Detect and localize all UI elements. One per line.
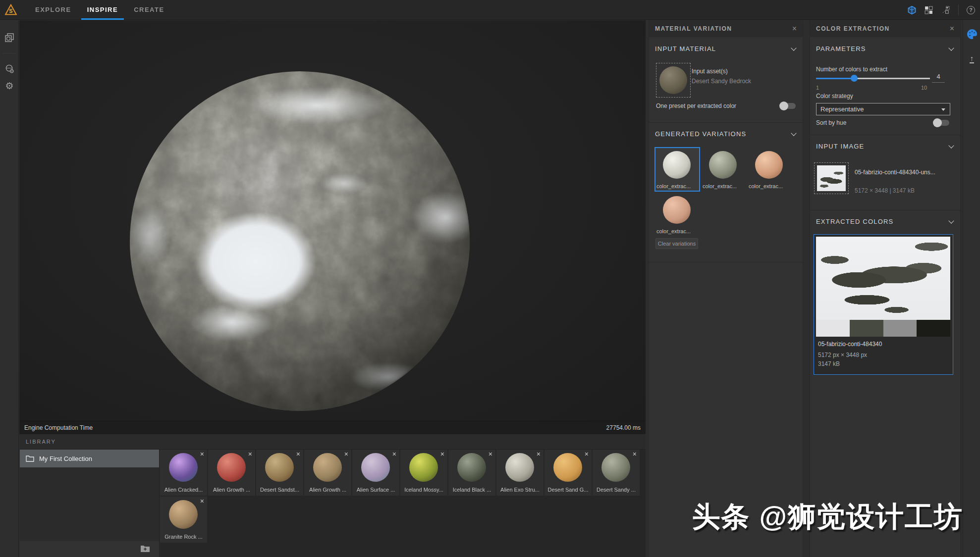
input-image-thumbnail bbox=[817, 165, 846, 191]
material-thumbnail-sphere[interactable] bbox=[169, 500, 198, 529]
material-tiles-icon[interactable] bbox=[925, 6, 933, 14]
library-item[interactable]: ×Desert Sand G... bbox=[544, 450, 592, 496]
remove-item-icon[interactable]: × bbox=[633, 450, 637, 458]
library-item[interactable]: ×Iceland Black ... bbox=[448, 450, 495, 496]
input-asset-label: Input asset(s) bbox=[692, 68, 751, 75]
variation-sphere[interactable] bbox=[709, 151, 737, 179]
3d-view-cube-icon[interactable] bbox=[907, 5, 917, 15]
browse-globe-gear-icon[interactable] bbox=[0, 60, 19, 77]
color-strategy-value: Representative bbox=[820, 105, 864, 113]
material-thumbnail-sphere[interactable] bbox=[217, 453, 246, 482]
section-divider bbox=[810, 135, 960, 135]
variation-item[interactable]: color_extrac... bbox=[702, 148, 745, 191]
clear-variations-button[interactable]: Clear variations bbox=[655, 238, 698, 249]
material-thumbnail-sphere[interactable] bbox=[265, 453, 294, 482]
remove-item-icon[interactable]: × bbox=[440, 450, 444, 458]
export-icon[interactable]: ↑ bbox=[963, 50, 980, 68]
library-item[interactable]: ×Desert Sandy ... bbox=[593, 450, 640, 496]
left-toolbar: ⚙ bbox=[0, 20, 19, 557]
generated-variations-label: GENERATED VARIATIONS bbox=[655, 130, 746, 138]
variation-sphere[interactable] bbox=[755, 151, 783, 179]
library-item[interactable]: ×Alien Exo Stru... bbox=[496, 450, 544, 496]
input-asset-dropzone[interactable] bbox=[656, 63, 691, 98]
library-item[interactable]: ×Granite Rock ... bbox=[160, 497, 207, 543]
remove-item-icon[interactable]: × bbox=[344, 450, 348, 458]
color-extraction-panel: COLOR EXTRACTION × PARAMETERS Number of … bbox=[810, 20, 961, 557]
color-extraction-tool-icon[interactable] bbox=[963, 25, 980, 43]
tab-explore[interactable]: EXPLORE bbox=[27, 0, 79, 20]
library-item-label: Desert Sand G... bbox=[546, 487, 590, 493]
color-swatch[interactable] bbox=[850, 320, 883, 337]
topbar-separator bbox=[958, 4, 959, 15]
num-colors-slider[interactable] bbox=[816, 78, 930, 79]
3d-viewport[interactable] bbox=[19, 20, 646, 421]
help-icon[interactable]: ? bbox=[967, 6, 975, 14]
num-colors-value[interactable]: 4 bbox=[932, 73, 945, 83]
remove-item-icon[interactable]: × bbox=[200, 450, 204, 458]
material-variation-title: MATERIAL VARIATION bbox=[655, 25, 732, 32]
material-thumbnail-sphere[interactable] bbox=[169, 453, 198, 482]
add-collection-button[interactable] bbox=[140, 545, 150, 553]
library-item-label: Iceland Mossy... bbox=[402, 487, 446, 493]
variation-item[interactable]: color_extrac... bbox=[655, 193, 699, 236]
parameters-section-header[interactable]: PARAMETERS bbox=[816, 45, 953, 52]
one-preset-toggle[interactable] bbox=[781, 103, 796, 109]
toolbar-divider bbox=[3, 53, 15, 53]
variation-sphere[interactable] bbox=[663, 151, 691, 179]
material-thumbnail-sphere[interactable] bbox=[409, 453, 438, 482]
library-item[interactable]: ×Desert Sandst... bbox=[256, 450, 303, 496]
extracted-colors-section-header[interactable]: EXTRACTED COLORS bbox=[816, 218, 953, 225]
variation-label: color_extrac... bbox=[656, 183, 698, 189]
slice-view-icon[interactable] bbox=[941, 5, 950, 15]
extracted-colors-card[interactable]: 05-fabrizio-conti-484340 5172 px × 3448 … bbox=[814, 234, 953, 375]
remove-item-icon[interactable]: × bbox=[585, 450, 589, 458]
material-thumbnail-sphere[interactable] bbox=[361, 453, 390, 482]
library-item-label: Iceland Black ... bbox=[450, 487, 494, 493]
chevron-down-icon bbox=[791, 45, 796, 51]
material-thumbnail-sphere[interactable] bbox=[457, 453, 486, 482]
library-item[interactable]: ×Alien Growth ... bbox=[304, 450, 351, 496]
tab-create[interactable]: CREATE bbox=[126, 0, 172, 20]
color-swatch[interactable] bbox=[883, 320, 917, 337]
variation-item-selected[interactable]: color_extrac... bbox=[655, 148, 699, 191]
collection-my-first-collection[interactable]: My First Collection bbox=[20, 450, 159, 467]
variation-label: color_extrac... bbox=[656, 228, 698, 234]
remove-item-icon[interactable]: × bbox=[392, 450, 396, 458]
slider-handle[interactable] bbox=[851, 75, 858, 82]
variation-sphere[interactable] bbox=[663, 196, 691, 224]
close-icon[interactable]: × bbox=[950, 25, 954, 33]
substance-logo-icon: S bbox=[4, 3, 17, 16]
input-image-section-header[interactable]: INPUT IMAGE bbox=[816, 143, 953, 150]
sphere-shading bbox=[130, 71, 470, 411]
library-item[interactable]: ×Alien Growth ... bbox=[208, 450, 255, 496]
assets-stack-icon[interactable] bbox=[0, 29, 19, 46]
close-icon[interactable]: × bbox=[792, 25, 797, 33]
library-item[interactable]: ×Alien Cracked... bbox=[160, 450, 207, 496]
remove-item-icon[interactable]: × bbox=[248, 450, 252, 458]
material-thumbnail-sphere[interactable] bbox=[313, 453, 342, 482]
material-thumbnail-sphere[interactable] bbox=[553, 453, 582, 482]
remove-item-icon[interactable]: × bbox=[537, 450, 541, 458]
variation-item[interactable]: color_extrac... bbox=[748, 148, 791, 191]
input-material-section-header[interactable]: INPUT MATERIAL bbox=[655, 45, 796, 52]
sort-by-hue-toggle[interactable] bbox=[934, 120, 949, 126]
generated-variations-section-header[interactable]: GENERATED VARIATIONS bbox=[655, 130, 796, 138]
input-asset-name: Desert Sandy Bedrock bbox=[692, 78, 751, 85]
sort-by-hue-label: Sort by hue bbox=[816, 119, 846, 126]
chevron-down-icon bbox=[948, 143, 954, 148]
library-item[interactable]: ×Iceland Mossy... bbox=[400, 450, 447, 496]
tab-inspire[interactable]: INSPIRE bbox=[79, 0, 126, 20]
material-thumbnail-sphere[interactable] bbox=[601, 453, 630, 482]
settings-gear-icon[interactable]: ⚙ bbox=[0, 77, 19, 94]
color-swatch[interactable] bbox=[917, 320, 950, 337]
remove-item-icon[interactable]: × bbox=[296, 450, 300, 458]
color-swatch[interactable] bbox=[816, 320, 850, 337]
material-preview-sphere[interactable] bbox=[130, 71, 470, 411]
color-strategy-dropdown[interactable]: Representative bbox=[816, 103, 950, 115]
material-thumbnail-sphere[interactable] bbox=[505, 453, 534, 482]
chevron-down-icon bbox=[948, 45, 954, 51]
library-item[interactable]: ×Alien Surface ... bbox=[352, 450, 399, 496]
input-image-dropzone[interactable] bbox=[814, 162, 849, 194]
remove-item-icon[interactable]: × bbox=[200, 497, 204, 505]
remove-item-icon[interactable]: × bbox=[489, 450, 492, 458]
